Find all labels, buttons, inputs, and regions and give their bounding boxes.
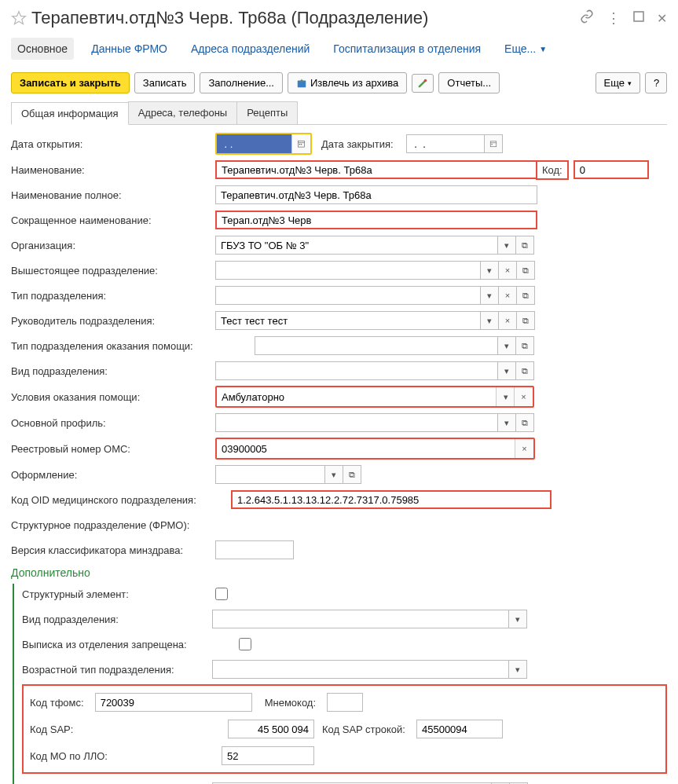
reports-button[interactable]: Отчеты... (438, 72, 500, 93)
extract-button[interactable]: Извлечь из архива (288, 72, 407, 93)
profile-dropdown-icon[interactable]: ▾ (497, 413, 516, 432)
kind2-input[interactable] (212, 610, 509, 628)
head-dropdown-icon[interactable]: ▾ (480, 311, 499, 330)
code-input[interactable] (574, 160, 649, 179)
help-type-input[interactable] (255, 336, 498, 355)
type-label: Тип подразделения: (11, 290, 215, 302)
sap-str-input[interactable] (416, 720, 503, 738)
org-dropdown-icon[interactable]: ▾ (497, 236, 516, 255)
kind2-dropdown-icon[interactable]: ▾ (508, 610, 527, 628)
sap-input[interactable] (228, 720, 314, 738)
profile-input[interactable] (215, 413, 498, 432)
nav-addresses[interactable]: Адреса подразделений (185, 38, 316, 60)
type-input[interactable] (215, 286, 481, 305)
mnemo-input[interactable] (327, 693, 363, 712)
kind-input[interactable] (215, 361, 498, 380)
open-date-input[interactable] (217, 134, 292, 153)
svg-rect-7 (301, 144, 302, 145)
kind-label: Вид подразделения: (11, 365, 215, 377)
oms-clear-icon[interactable]: × (515, 439, 533, 458)
class-ver-input[interactable] (215, 540, 294, 559)
oms-input[interactable] (217, 439, 515, 458)
head-clear-icon[interactable]: × (498, 311, 517, 330)
close-date-input[interactable] (406, 134, 485, 153)
design-label: Оформление: (11, 469, 215, 481)
fill-button[interactable]: Заполнение... (200, 72, 283, 93)
discharge-checkbox[interactable] (239, 638, 251, 650)
struct-elem-checkbox[interactable] (215, 588, 228, 600)
nav-hospital[interactable]: Госпитализация в отделения (327, 38, 487, 60)
mo-llo-label: Код МО по ЛЛО: (30, 750, 217, 762)
open-date-label: Дата открытия: (11, 138, 215, 150)
more-button[interactable]: Еще ▾ (596, 72, 640, 93)
org-open-icon[interactable]: ⧉ (515, 236, 534, 255)
design-open-icon[interactable]: ⧉ (343, 465, 361, 484)
parent-input[interactable] (215, 261, 481, 280)
mo-llo-input[interactable] (222, 746, 314, 765)
save-close-button[interactable]: Записать и закрыть (11, 72, 130, 93)
tfoms-label: Код тфомс: (30, 697, 90, 709)
link-icon[interactable] (580, 9, 594, 27)
discharge-label: Выписка из отделения запрещена: (22, 639, 236, 650)
conditions-input[interactable] (217, 387, 497, 406)
svg-point-3 (424, 79, 427, 82)
window-maximize-icon[interactable] (633, 11, 644, 25)
profile-open-icon[interactable]: ⧉ (515, 413, 534, 432)
class-ver-label: Версия классификатора минздрава: (11, 544, 215, 556)
short-name-input[interactable] (215, 211, 537, 229)
profile-label: Основной профиль: (11, 417, 215, 429)
age-type-dropdown-icon[interactable]: ▾ (508, 660, 527, 679)
help-button[interactable]: ? (645, 72, 667, 93)
conditions-dropdown-icon[interactable]: ▾ (496, 387, 515, 406)
oid-input[interactable] (231, 490, 552, 509)
parent-dropdown-icon[interactable]: ▾ (480, 261, 499, 280)
age-type-input[interactable] (212, 660, 509, 679)
close-icon[interactable]: ✕ (657, 11, 667, 26)
conditions-label: Условия оказания помощи: (11, 391, 215, 403)
nav-more[interactable]: Еще... ▼ (498, 38, 553, 60)
head-label: Руководитель подразделения: (11, 315, 215, 327)
tfoms-input[interactable] (95, 693, 252, 712)
nav-frmo[interactable]: Данные ФРМО (85, 38, 174, 60)
help-type-open-icon[interactable]: ⧉ (515, 336, 534, 355)
more-menu-icon[interactable]: ⋮ (607, 9, 621, 27)
mnemo-label: Мнемокод: (265, 697, 322, 709)
tab-general[interactable]: Общая информация (11, 102, 129, 125)
design-dropdown-icon[interactable]: ▾ (324, 465, 343, 484)
favorite-star-icon[interactable] (11, 10, 27, 26)
type-clear-icon[interactable]: × (498, 286, 517, 305)
head-input[interactable] (215, 311, 481, 330)
struct-frmo-label: Структурное подразделение (ФРМО): (11, 519, 255, 531)
conditions-clear-icon[interactable]: × (514, 387, 533, 406)
age-type-label: Возрастной тип подразделения: (22, 664, 212, 676)
svg-rect-8 (490, 141, 497, 147)
name-input[interactable] (215, 160, 537, 179)
help-type-dropdown-icon[interactable]: ▾ (497, 336, 516, 355)
close-date-calendar-icon[interactable] (484, 134, 503, 153)
parent-open-icon[interactable]: ⧉ (516, 261, 535, 280)
additional-section-title: Дополнительно (11, 566, 667, 579)
name-label: Наименование: (11, 164, 215, 176)
kind-dropdown-icon[interactable]: ▾ (497, 361, 516, 380)
codes-group: Код тфомс: Мнемокод: Код SAP: Код SAP ст… (22, 684, 667, 774)
design-input[interactable] (215, 465, 325, 484)
kind-open-icon[interactable]: ⧉ (515, 361, 534, 380)
parent-label: Вышестоящее подразделение: (11, 265, 215, 277)
svg-rect-1 (634, 12, 643, 21)
org-input[interactable] (215, 236, 498, 255)
head-open-icon[interactable]: ⧉ (516, 311, 535, 330)
type-open-icon[interactable]: ⧉ (516, 286, 535, 305)
svg-rect-6 (299, 144, 300, 145)
org-label: Организация: (11, 240, 215, 251)
save-button[interactable]: Записать (134, 72, 196, 93)
oid-label: Код OID медицинского подразделения: (11, 494, 231, 506)
tab-addresses[interactable]: Адреса, телефоны (128, 101, 238, 124)
edit-icon-button[interactable] (412, 74, 434, 93)
open-date-calendar-icon[interactable] (291, 134, 310, 153)
type-dropdown-icon[interactable]: ▾ (480, 286, 499, 305)
tab-recipes[interactable]: Рецепты (236, 101, 298, 124)
nav-main[interactable]: Основное (11, 38, 74, 60)
parent-clear-icon[interactable]: × (498, 261, 517, 280)
close-date-label: Дата закрытия: (321, 138, 400, 150)
full-name-input[interactable] (215, 185, 537, 204)
